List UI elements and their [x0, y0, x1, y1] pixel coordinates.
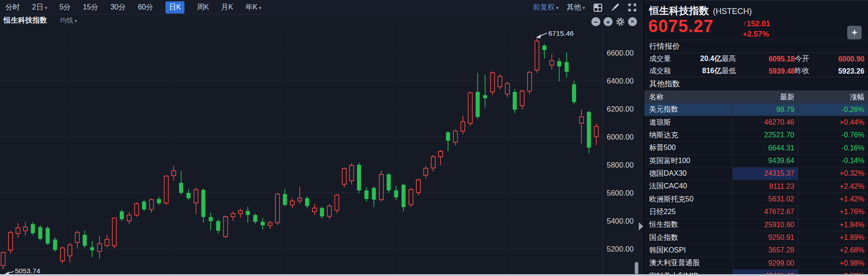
period-button-60分[interactable]: 60分 — [138, 3, 153, 12]
indices-section-title: 其他指数 — [644, 77, 868, 91]
candle — [142, 200, 146, 211]
index-name: 法国CAC40 — [644, 182, 732, 191]
quote-stat-label: 成交额 — [649, 66, 677, 76]
quote-stat-value: 816亿 — [677, 66, 722, 76]
period-button-日K[interactable]: 日K — [165, 1, 185, 14]
quote-panel: 恒生科技指数 (HSTECH) 6075.27 ↑152.01 +2.57% +… — [644, 0, 868, 276]
period-button-周K[interactable]: 周K — [197, 3, 209, 12]
index-last: 8111.23 — [732, 180, 798, 192]
candle — [572, 80, 576, 104]
candle — [24, 222, 28, 235]
y-axis-tick: 6400.00 — [607, 77, 634, 85]
column-divider — [798, 129, 798, 141]
index-row-恒生指数[interactable]: 恒生指数25910.60+1.84% — [644, 219, 868, 231]
other-dropdown[interactable]: 其他 ▾ — [566, 3, 585, 12]
candle — [187, 189, 191, 200]
column-divider — [798, 154, 798, 167]
index-row-英国富时100[interactable]: 英国富时1009439.64-0.14% — [644, 154, 868, 167]
candle — [372, 187, 376, 207]
index-change: -0.76% — [798, 129, 868, 141]
chart-legend: 恒生科技指数 均线 ▾ — [0, 15, 643, 26]
candle — [580, 110, 584, 144]
period-button-15分[interactable]: 15分 — [83, 3, 98, 12]
panel-collapse-handle[interactable] — [639, 222, 643, 230]
quote-stats-grid: 成交量20.4亿最高6095.18今开6000.90成交额816亿最低5939.… — [644, 53, 868, 77]
column-divider — [732, 257, 733, 269]
candle — [394, 186, 398, 200]
index-row-韩国KOSPI[interactable]: 韩国KOSPI3657.28+2.68% — [644, 244, 868, 257]
column-divider — [798, 103, 798, 116]
index-name: 国企指数 — [644, 233, 732, 243]
change-percent: +2.57% — [743, 30, 770, 39]
candle — [327, 204, 331, 219]
candle — [312, 204, 316, 215]
candle — [305, 196, 309, 208]
gear-icon[interactable] — [616, 17, 625, 26]
index-row-标普500[interactable]: 标普5006644.31-0.16% — [644, 142, 868, 154]
close-icon[interactable]: ✕ — [628, 17, 637, 26]
index-row-纳斯达克[interactable]: 纳斯达克22521.70-0.76% — [644, 129, 868, 142]
index-row-国企指数[interactable]: 国企指数9250.91+1.89% — [644, 231, 868, 244]
period-buttons: 分时2日▾5分15分30分60分日K周K月K年K▾ — [0, 1, 261, 14]
period-toolbar: 分时2日▾5分15分30分60分日K周K月K年K▾ 前复权 ▾ 其他 ▾ — [0, 0, 643, 15]
header-name: 名称 — [644, 93, 732, 102]
adjust-mode-dropdown[interactable]: 前复权 ▾ — [533, 3, 559, 12]
instrument-name: 恒生科技指数 — [649, 4, 709, 18]
bottom-scrollbar[interactable] — [0, 274, 868, 276]
period-button-2日[interactable]: 2日▾ — [32, 3, 47, 12]
candlestick-chart[interactable]: 6600.006400.006200.006000.005800.005600.… — [0, 0, 643, 276]
index-row-澳大利亚普通股[interactable]: 澳大利亚普通股9299.00+0.98% — [644, 257, 868, 270]
indices-table-header: 名称 最新 涨幅 — [644, 91, 868, 103]
index-row-欧洲斯托克50[interactable]: 欧洲斯托克505631.02+1.42% — [644, 193, 868, 206]
candle — [587, 111, 591, 153]
adjust-mode-label: 前复权 — [533, 3, 555, 12]
quote-stat-label: 今开 — [795, 54, 818, 64]
quote-section-title: 行情报价 — [644, 40, 868, 53]
scrollbar-thumb[interactable] — [635, 262, 638, 274]
quote-stat-label: 昨收 — [795, 66, 818, 76]
column-divider — [798, 244, 798, 257]
column-divider — [798, 206, 798, 218]
column-divider — [798, 257, 798, 269]
fullscreen-icon[interactable] — [627, 3, 637, 12]
add-to-watchlist-button[interactable]: + — [847, 26, 862, 39]
period-button-月K[interactable]: 月K — [221, 3, 233, 12]
index-last: 22521.70 — [732, 129, 798, 141]
period-button-5分[interactable]: 5分 — [59, 3, 71, 12]
candle — [335, 194, 339, 213]
index-row-道琼斯[interactable]: 道琼斯46270.46+0.44% — [644, 116, 868, 129]
candle — [253, 214, 257, 224]
layout-grid-icon[interactable] — [593, 3, 602, 12]
ma-dropdown[interactable]: 均线 ▾ — [60, 16, 77, 25]
zoom-in-icon[interactable]: + — [604, 17, 613, 26]
candle — [342, 168, 346, 188]
candle — [446, 131, 450, 151]
column-divider — [732, 154, 733, 167]
candle — [528, 71, 532, 94]
candle — [535, 37, 539, 73]
index-name: 德国DAX30 — [644, 169, 732, 178]
candle — [53, 238, 57, 252]
column-divider — [798, 142, 798, 154]
index-row-法国CAC40[interactable]: 法国CAC408111.23+2.42% — [644, 180, 868, 193]
index-change: +1.84% — [798, 219, 868, 231]
index-row-美元指数[interactable]: 美元指数98.79-0.26% — [644, 103, 868, 116]
column-divider — [798, 168, 798, 180]
index-name: 纳斯达克 — [644, 131, 732, 140]
draw-brush-icon[interactable] — [610, 3, 619, 12]
index-row-德国DAX30[interactable]: 德国DAX3024315.37+0.32% — [644, 168, 868, 180]
quote-stat-label: 最低 — [722, 66, 745, 76]
zoom-out-icon[interactable]: − — [591, 17, 600, 26]
period-button-30分[interactable]: 30分 — [110, 3, 126, 12]
index-row-日经225[interactable]: 日经22547672.67+1.76% — [644, 206, 868, 219]
period-button-分时[interactable]: 分时 — [5, 3, 20, 12]
candle — [409, 187, 413, 207]
period-button-年K[interactable]: 年K▾ — [245, 3, 261, 12]
column-divider — [732, 231, 733, 243]
chevron-down-icon: ▾ — [556, 5, 559, 11]
chevron-down-icon: ▾ — [45, 5, 47, 11]
last-price: 6075.27 — [648, 17, 713, 36]
header-last: 最新 — [732, 93, 798, 102]
candle — [209, 213, 213, 230]
candle — [179, 171, 183, 195]
